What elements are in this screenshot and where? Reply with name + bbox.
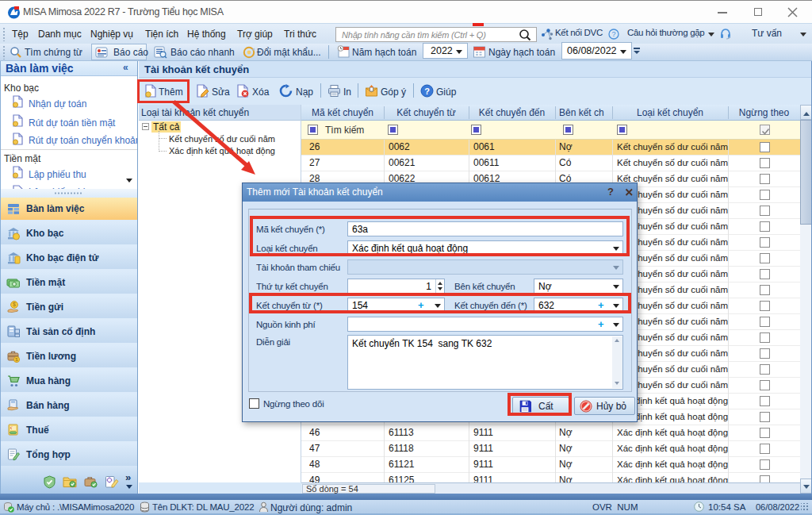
svg-text:?: ? [611,30,615,38]
svg-text:?: ? [424,86,430,96]
svg-text:$: $ [13,302,16,307]
